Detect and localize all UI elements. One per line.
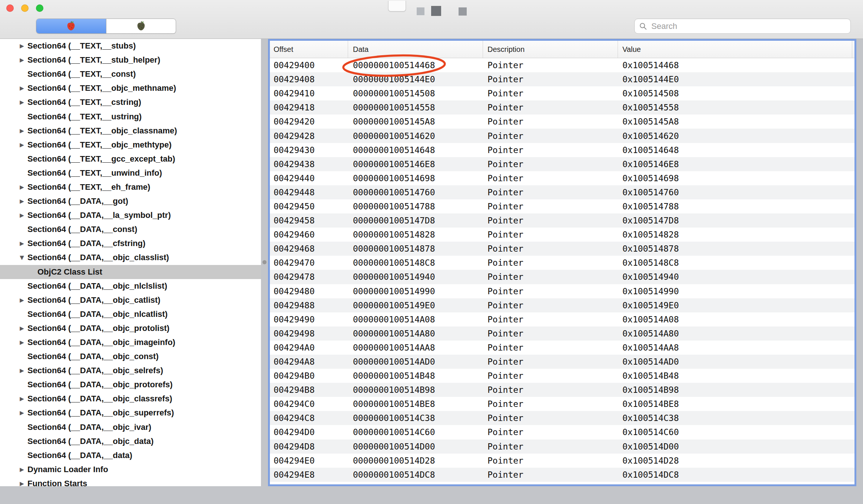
table-row[interactable]: 004294280000000100514620Pointer0x1005146… [270,129,854,143]
sidebar-item[interactable]: ▶Section64 (__TEXT,__eh_frame) [0,180,261,194]
table-row[interactable]: 004294C00000000100514BE8Pointer0x100514B… [270,397,854,411]
data-cell: 0000000100514828 [348,230,483,239]
search-field[interactable] [634,19,851,34]
disclosure-triangle-icon[interactable]: ▶ [18,57,26,63]
sidebar-item[interactable]: ▶Section64 (__TEXT,__stub_helper) [0,53,261,67]
sidebar-item[interactable]: ▶Section64 (__DATA,__objc_classrefs) [0,392,261,406]
column-header-value[interactable]: Value [618,45,854,54]
disclosure-triangle-icon[interactable]: ▶ [18,212,26,219]
sidebar-item[interactable]: Section64 (__DATA,__const) [0,222,261,236]
disclosure-triangle-icon[interactable]: ▶ [18,240,26,247]
disclosure-triangle-icon[interactable]: ▶ [18,85,26,92]
sidebar-item[interactable]: Section64 (__TEXT,__gcc_except_tab) [0,152,261,166]
sidebar-item[interactable]: Section64 (__TEXT,__const) [0,67,261,81]
sidebar-item[interactable]: ▶Section64 (__DATA,__objc_imageinfo) [0,335,261,349]
sidebar-item[interactable]: ▶Section64 (__DATA,__cfstring) [0,236,261,251]
table-row[interactable]: 004294980000000100514A80Pointer0x100514A… [270,326,854,341]
toolbar-square-3[interactable] [459,7,467,16]
table-row[interactable]: 004294D00000000100514C60Pointer0x100514C… [270,425,854,439]
sidebar-item[interactable]: ▶Section64 (__DATA,__la_symbol_ptr) [0,208,261,222]
disclosure-triangle-icon[interactable]: ▶ [18,43,26,49]
sidebar-item[interactable]: Section64 (__TEXT,__unwind_info) [0,166,261,180]
disclosure-triangle-icon[interactable]: ▶ [18,198,26,205]
table-row[interactable]: 004294780000000100514940Pointer0x1005149… [270,270,854,284]
table-row[interactable]: 004294D80000000100514D00Pointer0x100514D… [270,440,854,454]
sidebar-item[interactable]: Section64 (__TEXT,__ustring) [0,109,261,123]
table-row[interactable]: 004294B80000000100514B98Pointer0x100514B… [270,383,854,397]
sidebar-item[interactable]: ▶Function Starts [0,477,261,486]
sidebar-item[interactable]: Section64 (__DATA,__objc_protorefs) [0,378,261,392]
disclosure-triangle-icon[interactable]: ▶ [18,339,26,346]
table-row[interactable]: 0042942000000001005145A8Pointer0x1005145… [270,115,854,129]
disclosure-triangle-icon[interactable]: ▶ [18,395,26,402]
table-row[interactable]: 004294E00000000100514D28Pointer0x100514D… [270,454,854,468]
sidebar-item[interactable]: Section64 (__DATA,__objc_const) [0,349,261,364]
zoom-button[interactable] [36,4,43,12]
sidebar-item[interactable]: Section64 (__DATA,__objc_nlclslist) [0,279,261,293]
table-row[interactable]: 004294E80000000100514DC8Pointer0x100514D… [270,468,854,482]
disclosure-triangle-icon[interactable]: ▶ [18,367,26,374]
sidebar-item[interactable]: ▶Section64 (__DATA,__objc_selrefs) [0,364,261,378]
table-row[interactable]: 004294680000000100514878Pointer0x1005148… [270,242,854,256]
search-input[interactable] [651,21,846,32]
disclosure-triangle-icon[interactable]: ▶ [18,410,26,416]
sidebar-item-selected[interactable]: ObjC2 Class List [0,265,261,279]
table-row[interactable]: 004294B00000000100514B48Pointer0x100514B… [270,369,854,383]
table-row[interactable]: 004294400000000100514698Pointer0x1005146… [270,171,854,185]
table-row[interactable]: 004294A00000000100514AA8Pointer0x100514A… [270,341,854,355]
table-row[interactable]: 004294100000000100514508Pointer0x1005145… [270,86,854,100]
sidebar-item[interactable]: Section64 (__DATA,__objc_data) [0,434,261,448]
table-row[interactable]: 004294F00000000100514DF8Pointer0x100514D… [270,482,854,484]
table-row[interactable]: 004294500000000100514788Pointer0x1005147… [270,199,854,213]
table-row[interactable]: 004294000000000100514468Pointer0x1005144… [270,58,854,72]
table-row[interactable]: 0042943800000001005146E8Pointer0x1005146… [270,157,854,171]
column-header-data[interactable]: Data [348,45,483,54]
sidebar-item[interactable]: ▶Section64 (__TEXT,__objc_methtype) [0,138,261,152]
table-row[interactable]: 0042947000000001005148C8Pointer0x1005148… [270,256,854,270]
sidebar-item[interactable]: Section64 (__DATA,__data) [0,448,261,462]
disclosure-triangle-icon[interactable]: ▶ [18,297,26,304]
sidebar-item[interactable]: ▶Dynamic Loader Info [0,462,261,477]
sidebar-item[interactable]: ▶Section64 (__TEXT,__stubs) [0,39,261,53]
toolbar-square-1[interactable] [417,7,424,15]
sidebar-item[interactable]: ▶Section64 (__DATA,__objc_protolist) [0,321,261,335]
disclosure-triangle-icon[interactable]: ▶ [18,127,26,134]
table-row[interactable]: 0042948800000001005149E0Pointer0x1005149… [270,298,854,312]
disclosure-triangle-icon[interactable]: ▶ [18,466,26,473]
disclosure-triangle-icon[interactable]: ▶ [18,480,26,486]
table-row[interactable]: 004294300000000100514648Pointer0x1005146… [270,143,854,157]
table-row[interactable]: 004294C80000000100514C38Pointer0x100514C… [270,411,854,425]
tab-dark-apple[interactable] [106,19,176,33]
sidebar-item[interactable]: ▶Section64 (__TEXT,__cstring) [0,95,261,109]
disclosure-triangle-icon[interactable]: ▶ [18,184,26,190]
sidebar-item[interactable]: ▶Section64 (__DATA,__got) [0,194,261,208]
sidebar-item[interactable]: ▶Section64 (__DATA,__objc_superrefs) [0,406,261,420]
close-button[interactable] [6,4,14,12]
table-row[interactable]: 004294900000000100514A08Pointer0x100514A… [270,312,854,326]
tab-red-apple[interactable] [36,19,106,33]
table-row[interactable]: 0042940800000001005144E0Pointer0x1005144… [270,72,854,86]
column-header-description[interactable]: Description [483,45,618,54]
column-header-offset[interactable]: Offset [270,45,348,54]
sidebar-item[interactable]: Section64 (__DATA,__objc_nlcatlist) [0,307,261,321]
table-row[interactable]: 004294600000000100514828Pointer0x1005148… [270,228,854,242]
disclosure-triangle-icon[interactable]: ▼ [18,254,26,261]
sidebar-item[interactable]: ▶Section64 (__DATA,__objc_catlist) [0,293,261,307]
split-divider[interactable] [261,39,268,486]
disclosure-triangle-icon[interactable]: ▶ [18,99,26,106]
table-row[interactable]: 004294480000000100514760Pointer0x1005147… [270,185,854,199]
table-row[interactable]: 0042945800000001005147D8Pointer0x1005147… [270,213,854,228]
toolbar-square-2[interactable] [431,6,441,16]
disclosure-triangle-icon[interactable]: ▶ [18,325,26,332]
table-row[interactable]: 004294800000000100514990Pointer0x1005149… [270,284,854,298]
sidebar-item[interactable]: ▶Section64 (__TEXT,__objc_classname) [0,124,261,138]
disclosure-triangle-icon[interactable]: ▶ [18,142,26,148]
sidebar-item[interactable]: ▶Section64 (__TEXT,__objc_methname) [0,81,261,95]
offset-cell: 00429440 [270,173,348,183]
splitter-handle-icon[interactable] [262,260,267,264]
sidebar-item[interactable]: ▼Section64 (__DATA,__objc_classlist) [0,251,261,265]
table-row[interactable]: 004294A80000000100514AD0Pointer0x100514A… [270,355,854,369]
sidebar-item[interactable]: Section64 (__DATA,__objc_ivar) [0,420,261,434]
table-row[interactable]: 004294180000000100514558Pointer0x1005145… [270,100,854,115]
minimize-button[interactable] [21,4,29,12]
